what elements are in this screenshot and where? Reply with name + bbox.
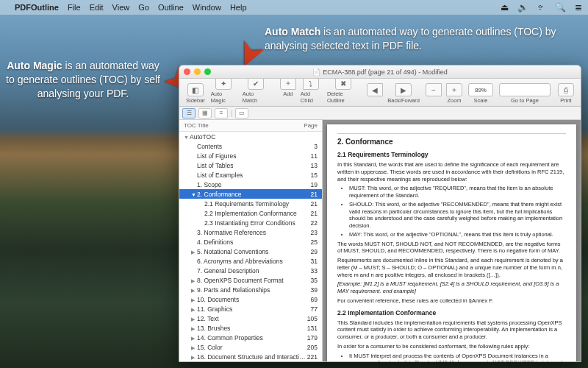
add-child-button[interactable]: ⤵Add Child — [298, 76, 323, 105]
automatch-button[interactable]: ✔︎Auto Match — [240, 76, 270, 105]
toc-row[interactable]: ▶9. Parts and Relationships39 — [179, 285, 322, 294]
pdf-page: 2. Conformance 2.1 Requirements Terminol… — [327, 124, 576, 361]
toc-row[interactable]: ▶10. Documents69 — [179, 294, 322, 304]
toc-row[interactable]: ▶8. OpenXPS Document Format35 — [179, 275, 322, 285]
toc-header-title: TOC Title — [184, 122, 209, 129]
body-text: In this Standard, the words that are use… — [337, 161, 566, 183]
toc-row[interactable]: ▶5. Notational Conventions29 — [179, 247, 322, 256]
toc-row[interactable]: 2.2 Implementation Conformance21 — [179, 208, 322, 218]
toc-header-page: Page — [304, 122, 318, 129]
menu-extra-icon[interactable]: ≣ — [575, 2, 582, 13]
list-item: MAY: This word, or the adjective "OPTION… — [349, 231, 566, 238]
toc-row[interactable]: List of Examples15 — [179, 170, 322, 180]
back-button[interactable]: ◀ — [365, 82, 385, 105]
list-view-button[interactable]: ≡ — [215, 108, 228, 118]
zoom-out-button[interactable]: − — [423, 82, 444, 105]
body-text: [Example: [M1.2] is a MUST requirement, … — [337, 280, 566, 295]
body-text: Requirements are documented inline in th… — [337, 257, 566, 278]
delete-outline-button[interactable]: ✖Delete Outline — [325, 76, 362, 105]
toc-row[interactable]: ▶15. Color205 — [179, 342, 322, 352]
toc-row[interactable]: 2.3 Instantiating Error Conditions22 — [179, 218, 322, 227]
zoom-in-button[interactable]: ＋Zoom — [444, 82, 465, 105]
window-minimize-button[interactable] — [194, 68, 201, 75]
body-text: In order for a consumer to be considered… — [337, 343, 566, 350]
add-button[interactable]: ＋Add — [278, 76, 298, 105]
body-text: For convenient reference, these rules ar… — [337, 297, 566, 305]
forward-button[interactable]: ▶Back/Foward — [385, 82, 422, 105]
toc-row[interactable]: List of Tables13 — [179, 160, 322, 170]
toc-row[interactable]: ▶13. Brushes131 — [179, 323, 322, 333]
window-zoom-button[interactable] — [204, 68, 211, 75]
toc-row[interactable]: ▶14. Common Properties179 — [179, 333, 322, 342]
goto-page-field[interactable]: Go to Page — [497, 82, 553, 105]
section-heading: 2. Conformance — [337, 137, 566, 146]
toc-sidebar: TOC Title Page ▼AutoTOCContents3List of … — [179, 120, 323, 361]
toc-row[interactable]: ▶11. Graphics77 — [179, 304, 322, 314]
menubar-app[interactable]: PDFOutline — [15, 3, 59, 12]
sidebar-toggle-button[interactable]: ◧Sidebar — [184, 82, 207, 105]
list-item: MUST: This word, or the adjective "REQUI… — [349, 185, 566, 199]
menu-help[interactable]: Help — [230, 3, 247, 12]
wifi-icon[interactable]: ᯤ — [537, 2, 546, 13]
menu-go[interactable]: Go — [138, 3, 149, 12]
subsection-heading: 2.1 Requirements Terminology — [337, 151, 566, 159]
toc-row[interactable]: ▶12. Text105 — [179, 314, 322, 323]
toc-row[interactable]: List of Figures11 — [179, 151, 322, 160]
callout-automatch: Auto Match is an automated way to genera… — [265, 25, 573, 53]
body-text: The words MUST NOT, SHOULD NOT, and NOT … — [337, 241, 566, 255]
volume-icon[interactable]: 🔊 — [517, 2, 528, 13]
toc-list[interactable]: ▼AutoTOCContents3List of Figures11List o… — [179, 132, 322, 361]
outline-view-button[interactable]: ☰ — [182, 108, 196, 118]
thumbnail-view-button[interactable]: ▦ — [198, 108, 212, 118]
toc-row[interactable]: 1. Scope19 — [179, 180, 322, 189]
scale-field[interactable]: 89%Scale — [466, 82, 495, 105]
document-icon: 📄 — [312, 68, 320, 76]
pdf-viewport[interactable]: 2. Conformance 2.1 Requirements Terminol… — [323, 120, 581, 361]
toc-row[interactable]: 7. General Description33 — [179, 266, 322, 275]
list-item: It MUST interpret and process the conten… — [349, 353, 566, 361]
toc-row[interactable]: 4. Definitions25 — [179, 237, 322, 247]
toc-row[interactable]: 3. Normative References23 — [179, 227, 322, 237]
toc-row[interactable]: ▶16. Document Structure and Interactivit… — [179, 352, 322, 361]
airplay-icon[interactable]: ⏏ — [501, 2, 509, 13]
menu-window[interactable]: Window — [193, 3, 221, 12]
menu-file[interactable]: File — [68, 3, 81, 12]
window-close-button[interactable] — [184, 68, 190, 75]
print-button[interactable]: ⎙Print — [556, 82, 576, 105]
app-window: 📄 ECMA-388.pdf (page 21 of 494) - Modifi… — [179, 65, 581, 362]
subsection-heading: 2.2 Implementation Conformance — [337, 309, 566, 317]
spotlight-icon[interactable]: 🔍 — [555, 2, 566, 13]
toc-row[interactable]: Contents3 — [179, 141, 322, 151]
automagic-button[interactable]: ✦Auto Magic — [209, 76, 239, 105]
mac-menubar: PDFOutline File Edit View Go Outline Win… — [0, 0, 588, 15]
page-mode-button[interactable]: ▭ — [235, 108, 248, 118]
view-mode-bar: ☰ ▦ ≡ | ▭ — [179, 107, 581, 120]
toc-row[interactable]: ▼AutoTOC — [179, 132, 322, 141]
toolbar: ◧Sidebar ✦Auto Magic ✔︎Auto Match ＋Add ⤵… — [179, 79, 581, 107]
body-text: This Standard includes the implementatio… — [337, 319, 566, 341]
toc-row[interactable]: 6. Acronyms and Abbreviations31 — [179, 256, 322, 266]
menu-view[interactable]: View — [112, 3, 130, 12]
window-title: ECMA-388.pdf (page 21 of 494) - Modified — [323, 68, 448, 76]
window-titlebar: 📄 ECMA-388.pdf (page 21 of 494) - Modifi… — [179, 66, 581, 79]
menu-outline[interactable]: Outline — [158, 3, 184, 12]
toc-row[interactable]: ▼2. Conformance21 — [179, 189, 322, 199]
toc-row[interactable]: 2.1 Requirements Terminology21 — [179, 199, 322, 208]
callout-automagic: Auto Magic is an automated way to genera… — [6, 59, 160, 101]
list-item: SHOULD: This word, or the adjective "REC… — [349, 201, 566, 230]
menu-edit[interactable]: Edit — [90, 3, 104, 12]
